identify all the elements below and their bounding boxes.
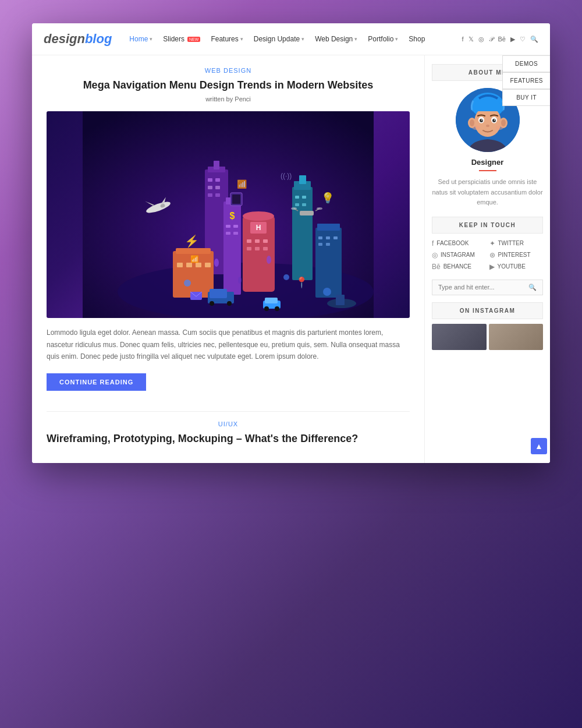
svg-text:📶: 📶 <box>237 179 247 189</box>
search-icon[interactable]: 🔍 <box>528 284 537 291</box>
search-input[interactable] <box>438 284 528 291</box>
svg-rect-13 <box>299 175 306 184</box>
svg-point-91 <box>480 119 483 122</box>
keep-in-touch-title: KEEP IN TOUCH <box>432 217 543 234</box>
chevron-down-icon: ▾ <box>354 36 357 42</box>
float-buttons: DEMOS FEATURES BUY IT <box>502 55 550 106</box>
svg-rect-22 <box>247 239 251 243</box>
svg-rect-25 <box>247 247 251 250</box>
svg-rect-26 <box>255 247 260 250</box>
instagram-thumb-2[interactable] <box>489 324 544 350</box>
twitter-icon[interactable]: 𝕏 <box>469 36 474 43</box>
youtube-label: YOUTUBE <box>498 263 526 270</box>
heart-icon[interactable]: ♡ <box>520 36 526 43</box>
article1-title: Mega Navigation Menu Design Trends in Mo… <box>47 79 410 92</box>
svg-point-56 <box>291 207 297 210</box>
main-wrapper: DEMOS FEATURES BUY IT Web Design Mega Na… <box>32 55 550 463</box>
nav-web-design[interactable]: Web Design ▾ <box>315 35 357 43</box>
twitter-link[interactable]: ✦ TWITTER <box>489 239 544 248</box>
svg-point-77 <box>214 259 219 267</box>
facebook-icon[interactable]: f <box>462 36 463 43</box>
svg-rect-68 <box>210 289 227 298</box>
pinterest-label: PINTEREST <box>498 252 531 258</box>
svg-rect-38 <box>226 225 230 228</box>
svg-rect-23 <box>255 239 260 243</box>
svg-point-65 <box>264 306 269 311</box>
svg-point-79 <box>238 277 242 284</box>
svg-rect-45 <box>326 236 330 239</box>
svg-rect-5 <box>208 178 212 182</box>
youtube-link[interactable]: ▶ YOUTUBE <box>489 263 544 271</box>
svg-rect-53 <box>300 211 314 215</box>
behance-icon[interactable]: Bē <box>498 36 506 43</box>
instagram-thumb-1[interactable] <box>432 324 487 350</box>
twitter-icon: ✦ <box>489 239 495 248</box>
svg-rect-10 <box>215 193 220 197</box>
svg-rect-34 <box>205 263 211 267</box>
nav-sliders[interactable]: Sliders NEW <box>163 35 200 43</box>
behance-link[interactable]: Bē BEHANCE <box>432 263 486 271</box>
continue-reading-button[interactable]: CONTINUE READING <box>47 373 146 391</box>
svg-point-73 <box>323 288 331 296</box>
svg-rect-33 <box>196 263 201 267</box>
svg-point-71 <box>184 280 191 287</box>
svg-text:💡: 💡 <box>321 192 335 204</box>
nav-portfolio[interactable]: Portfolio ▾ <box>368 35 398 43</box>
svg-point-72 <box>283 274 289 280</box>
buy-it-button[interactable]: BUY IT <box>502 89 550 106</box>
facebook-label: FACEBOOK <box>436 240 469 246</box>
svg-point-19 <box>243 211 274 221</box>
svg-rect-39 <box>233 225 238 228</box>
facebook-link[interactable]: f FACEBOOK <box>432 239 486 248</box>
behance-label: BEHANCE <box>443 263 471 270</box>
article-divider <box>47 411 410 412</box>
name-divider <box>479 170 496 171</box>
instagram-link[interactable]: ◎ INSTAGRAM <box>432 251 486 259</box>
svg-rect-6 <box>215 178 220 182</box>
article2-category[interactable]: UI/UX <box>47 420 410 427</box>
instagram-icon: ◎ <box>432 251 438 259</box>
svg-point-92 <box>492 119 496 122</box>
svg-point-57 <box>317 207 322 210</box>
facebook-icon: f <box>432 239 434 248</box>
on-instagram-title: ON INSTAGRAM <box>432 302 543 319</box>
pinterest-icon: ⊛ <box>489 251 495 259</box>
svg-rect-4 <box>214 161 219 169</box>
nav-home[interactable]: Home ▾ <box>129 35 152 43</box>
svg-rect-41 <box>233 232 238 235</box>
navigation: designblog Home ▾ Sliders NEW Features ▾… <box>32 23 550 55</box>
pinterest-icon[interactable]: 𝒫 <box>489 36 494 43</box>
svg-point-88 <box>501 119 506 126</box>
chevron-down-icon: ▾ <box>395 36 398 42</box>
new-badge: NEW <box>187 37 200 42</box>
logo-blog: blog <box>85 31 112 46</box>
author-name[interactable]: Penci <box>235 96 251 103</box>
svg-point-93 <box>481 119 482 121</box>
article1-author: written by Penci <box>47 96 410 103</box>
svg-rect-47 <box>318 243 322 246</box>
nav-shop[interactable]: Shop <box>409 35 425 43</box>
svg-rect-44 <box>318 236 322 239</box>
logo[interactable]: designblog <box>44 31 112 47</box>
scroll-top-button[interactable]: ▲ <box>531 438 547 454</box>
nav-features[interactable]: Features ▾ <box>211 35 243 43</box>
chevron-down-icon: ▾ <box>301 36 304 42</box>
svg-point-70 <box>227 301 232 306</box>
youtube-icon[interactable]: ▶ <box>510 36 515 43</box>
svg-rect-48 <box>326 243 330 246</box>
nav-links: Home ▾ Sliders NEW Features ▾ Design Upd… <box>129 35 450 43</box>
content-area: Web Design Mega Navigation Menu Design T… <box>32 55 425 463</box>
svg-rect-24 <box>263 239 268 243</box>
pinterest-link[interactable]: ⊛ PINTEREST <box>489 251 544 259</box>
instagram-icon[interactable]: ◎ <box>478 36 484 43</box>
features-button[interactable]: FEATURES <box>502 72 550 89</box>
svg-rect-15 <box>302 196 306 199</box>
svg-rect-16 <box>295 203 299 206</box>
nav-design-update[interactable]: Design Update ▾ <box>254 35 304 43</box>
svg-text:((·)): ((·)) <box>281 172 292 180</box>
search-icon[interactable]: 🔍 <box>530 36 538 43</box>
article1-excerpt: Lommodo ligula eget dolor. Aenean massa.… <box>47 327 410 362</box>
article1-category[interactable]: Web Design <box>47 67 410 74</box>
chevron-down-icon: ▾ <box>150 36 152 42</box>
demos-button[interactable]: DEMOS <box>502 55 550 72</box>
